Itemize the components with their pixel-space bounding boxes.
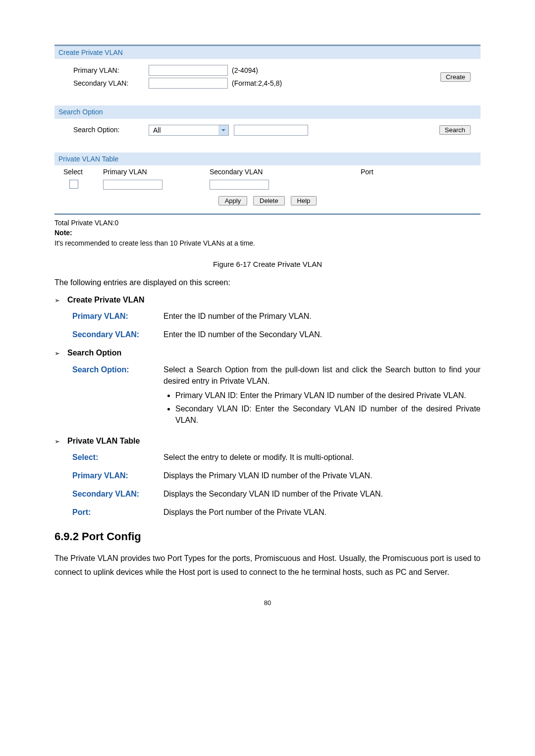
search-option-select[interactable]: All: [149, 125, 229, 136]
search-option-value: All: [149, 125, 218, 135]
page-number: 80: [54, 599, 481, 608]
search-value-input[interactable]: [234, 125, 308, 136]
def-select: Select the entry to delete or modify. It…: [163, 452, 481, 463]
figure-caption: Figure 6-17 Create Private VLAN: [54, 259, 481, 270]
def-list-search: Search Option: Select a Search Option fr…: [72, 364, 481, 428]
secondary-vlan-input[interactable]: [149, 78, 228, 89]
heading-table: ➢ Private VLAN Table: [54, 435, 481, 447]
table-header-row: Select Primary VLAN Secondary VLAN Port: [58, 165, 477, 178]
bullet-secondary-id: Secondary VLAN ID: Enter the Secondary V…: [175, 403, 481, 426]
bullet-primary-id: Primary VLAN ID: Enter the Primary VLAN …: [175, 390, 481, 401]
table-section-header: Private VLAN Table: [54, 152, 481, 165]
button-bar: Apply Delete Help: [58, 191, 477, 208]
col-select: Select: [63, 167, 103, 177]
config-panel: Create Private VLAN Primary VLAN: (2-409…: [54, 45, 481, 215]
primary-vlan-input[interactable]: [149, 65, 228, 76]
col-port: Port: [321, 167, 473, 177]
apply-button[interactable]: Apply: [218, 196, 248, 205]
body-paragraph: The Private VLAN provides two Port Types…: [54, 552, 481, 578]
term-secondary: Secondary VLAN:: [72, 329, 163, 340]
arrow-icon: ➢: [54, 296, 67, 305]
subsection-heading: 6.9.2 Port Config: [54, 529, 481, 545]
primary-vlan-hint: (2-4094): [232, 65, 294, 75]
arrow-icon: ➢: [54, 437, 67, 447]
search-option-label: Search Option:: [64, 125, 149, 135]
create-button[interactable]: Create: [440, 72, 471, 82]
def-pv: Displays the Primary VLAN ID number of t…: [163, 470, 481, 481]
def-search-option: Select a Search Option from the pull-dow…: [163, 364, 481, 428]
def-secondary: Enter the ID number of the Secondary VLA…: [163, 329, 481, 340]
term-port: Port:: [72, 506, 163, 518]
search-section-body: Search Option: All Search: [58, 119, 477, 142]
col-primary-vlan: Primary VLAN: [103, 167, 210, 177]
secondary-vlan-hint: (Format:2,4-5,8): [232, 78, 294, 88]
delete-button[interactable]: Delete: [253, 196, 285, 205]
create-section-header: Create Private VLAN: [54, 46, 481, 59]
term-primary: Primary VLAN:: [72, 310, 163, 322]
search-section-header: Search Option: [54, 105, 481, 118]
row-secondary-input[interactable]: [210, 180, 269, 190]
term-search-option: Search Option:: [72, 364, 163, 428]
row-primary-input[interactable]: [103, 180, 162, 190]
term-pv: Primary VLAN:: [72, 470, 163, 481]
note-text: It's recommended to create less than 10 …: [54, 238, 481, 248]
term-sv: Secondary VLAN:: [72, 488, 163, 500]
intro-line: The following entries are displayed on t…: [54, 277, 481, 288]
total-count: Total Private VLAN:0: [54, 218, 481, 228]
heading-search: ➢ Search Option: [54, 347, 481, 358]
arrow-icon: ➢: [54, 349, 67, 358]
secondary-vlan-label: Secondary VLAN:: [64, 78, 149, 88]
def-sv: Displays the Secondary VLAN ID number of…: [163, 488, 481, 500]
def-port: Displays the Port number of the Private …: [163, 506, 481, 518]
search-button[interactable]: Search: [439, 125, 471, 135]
chevron-down-icon: [218, 125, 228, 135]
help-button[interactable]: Help: [291, 196, 317, 205]
heading-create: ➢ Create Private VLAN: [54, 294, 481, 305]
def-list-create: Primary VLAN: Enter the ID number of the…: [72, 310, 481, 340]
term-select: Select:: [72, 452, 163, 463]
primary-vlan-label: Primary VLAN:: [64, 65, 149, 75]
row-select-checkbox[interactable]: [69, 180, 78, 189]
create-section-body: Primary VLAN: (2-4094) Secondary VLAN: (…: [58, 59, 477, 95]
col-secondary-vlan: Secondary VLAN: [210, 167, 321, 177]
def-primary: Enter the ID number of the Primary VLAN.: [163, 310, 481, 322]
table-row: [58, 178, 477, 191]
def-list-table: Select: Select the entry to delete or mo…: [72, 452, 481, 518]
note-label: Note:: [54, 228, 481, 238]
